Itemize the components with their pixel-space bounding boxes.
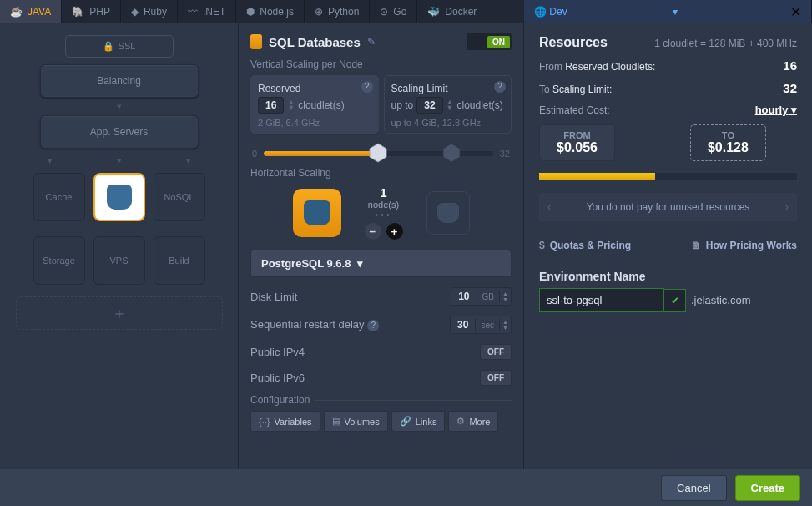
link-icon: 🔗: [400, 416, 411, 427]
cloudlet-formula: 1 cloudlet = 128 MiB + 400 MHz: [654, 38, 797, 49]
scaling-limit-box: ? Scaling Limit up to32▲▼cloudlet(s) up …: [384, 75, 512, 134]
help-icon[interactable]: ?: [361, 81, 373, 93]
dollar-icon: $: [539, 240, 545, 251]
tab-dev-region[interactable]: 🌐 Dev ▾ ✕: [524, 0, 812, 23]
postgresql-icon: [107, 185, 132, 210]
panel-title: SQL Databases: [269, 35, 361, 49]
edit-icon[interactable]: ✎: [367, 36, 376, 48]
arrow-down-icon: ▾: [84, 152, 154, 170]
reserved-box: ? Reserved 16▲▼cloudlet(s) 2 GiB, 6.4 GH…: [250, 75, 379, 134]
env-name-input[interactable]: [539, 288, 664, 312]
topology-panel: 🔒SSL Balancing ▾ App. Servers ▾ ▾ ▾ Cach…: [0, 23, 238, 469]
create-button[interactable]: Create: [735, 475, 800, 501]
node-plus-button[interactable]: +: [386, 223, 403, 240]
postgresql-icon: [304, 200, 330, 225]
cost-bar: [539, 173, 797, 180]
ipv6-label: Public IPv6: [250, 372, 305, 384]
cache-tile[interactable]: Cache: [33, 173, 85, 221]
disk-limit-label: Disk Limit: [250, 291, 297, 303]
volumes-button[interactable]: ▤Volumes: [324, 411, 388, 432]
node-minus-button[interactable]: −: [365, 223, 381, 240]
limit-value[interactable]: 32: [416, 97, 442, 114]
resources-panel: Resources 1 cloudlet = 128 MiB + 400 MHz…: [524, 23, 812, 469]
postgresql-icon: [437, 203, 459, 223]
tab-node[interactable]: ⬢ Node.js: [236, 0, 305, 23]
ipv4-toggle[interactable]: OFF: [480, 344, 512, 360]
restart-delay-label: Sequential restart delay ?: [250, 318, 379, 331]
vertical-scaling-label: Vertical Scaling per Node: [250, 58, 512, 70]
database-icon: [250, 34, 262, 49]
braces-icon: {··}: [259, 417, 270, 427]
balancing-tile[interactable]: Balancing: [40, 64, 199, 98]
gear-icon: ⚙: [456, 416, 465, 427]
enable-toggle[interactable]: ON: [467, 33, 512, 50]
how-pricing-works-link[interactable]: 🗎How Pricing Works: [691, 240, 797, 251]
tab-java[interactable]: ☕ JAVA: [0, 0, 62, 23]
ipv6-toggle[interactable]: OFF: [480, 370, 512, 386]
more-button[interactable]: ⚙More: [448, 411, 498, 432]
tab-ruby[interactable]: ◆ Ruby: [121, 0, 178, 23]
vps-tile[interactable]: VPS: [93, 236, 145, 285]
node-count: 1 node(s) ••• − +: [365, 185, 403, 240]
language-tabs: ☕ JAVA 🐘 PHP ◆ Ruby 〰 .NET ⬢ Node.js ⊕ P…: [0, 0, 812, 23]
appservers-tile[interactable]: App. Servers: [40, 115, 199, 149]
ipv4-label: Public IPv4: [250, 346, 305, 358]
document-icon: 🗎: [691, 240, 701, 251]
add-layer-tile[interactable]: ＋: [16, 296, 223, 330]
cost-from-box: FROM $0.056: [539, 124, 615, 161]
links-button[interactable]: 🔗Links: [391, 411, 446, 432]
dialog-footer: Cancel Create: [0, 469, 812, 506]
version-selector[interactable]: PostgreSQL 9.6.8 ▾: [250, 250, 512, 277]
close-icon[interactable]: ✕: [790, 4, 801, 20]
cost-to-box: TO $0.128: [690, 124, 766, 161]
svg-marker-0: [370, 144, 386, 162]
tab-dotnet[interactable]: 〰 .NET: [178, 0, 236, 23]
restart-delay-input[interactable]: 30sec▲▼: [450, 316, 512, 334]
build-tile[interactable]: Build: [154, 236, 205, 285]
config-panel: SQL Databases ✎ ON Vertical Scaling per …: [238, 23, 524, 469]
env-name-label: Environment Name: [539, 270, 797, 283]
help-icon[interactable]: ?: [494, 81, 506, 93]
nosql-tile[interactable]: NoSQL: [154, 173, 205, 221]
check-icon: ✔: [664, 289, 686, 312]
tab-docker[interactable]: 🐳 Docker: [417, 0, 487, 23]
storage-tile[interactable]: Storage: [33, 236, 85, 285]
quotas-pricing-link[interactable]: $Quotas & Pricing: [539, 240, 631, 251]
arrow-down-icon: ▾: [15, 152, 84, 170]
env-suffix: .jelastic.com: [691, 294, 751, 306]
tab-php[interactable]: 🐘 PHP: [62, 0, 121, 23]
slider-handle-limit[interactable]: [441, 143, 461, 163]
lock-icon: 🔒: [103, 41, 114, 52]
reserved-total: 16: [783, 58, 797, 73]
disk-limit-input[interactable]: 10GB▲▼: [451, 287, 512, 306]
tab-go[interactable]: ⊙ Go: [370, 0, 417, 23]
spinner-icon[interactable]: ▲▼: [287, 99, 295, 111]
arrow-down-icon: ▾: [15, 98, 223, 115]
chevron-right-icon[interactable]: ›: [785, 201, 789, 213]
cloudlet-slider[interactable]: [264, 151, 493, 156]
disk-icon: ▤: [332, 416, 340, 427]
chevron-down-icon: ▾: [357, 257, 363, 270]
pricing-note-carousel[interactable]: ‹ You do not pay for unused resources ›: [539, 193, 797, 221]
chevron-left-icon[interactable]: ‹: [547, 201, 551, 213]
primary-node-tile[interactable]: [293, 189, 341, 237]
chevron-down-icon: ▾: [673, 6, 678, 18]
tab-python[interactable]: ⊕ Python: [305, 0, 370, 23]
limit-total: 32: [783, 81, 797, 95]
cancel-button[interactable]: Cancel: [661, 475, 726, 501]
sql-tile-selected[interactable]: [93, 173, 145, 221]
ghost-node-tile[interactable]: [426, 191, 470, 235]
help-icon[interactable]: ?: [367, 320, 379, 331]
resources-title: Resources: [539, 35, 608, 50]
horizontal-scaling-label: Horizontal Scaling: [250, 167, 512, 179]
slider-handle-reserved[interactable]: [368, 143, 388, 163]
ssl-chip[interactable]: 🔒SSL: [65, 35, 174, 58]
spinner-icon[interactable]: ▲▼: [446, 99, 454, 111]
period-selector[interactable]: hourly ▾: [755, 104, 797, 116]
arrow-down-icon: ▾: [154, 152, 223, 170]
svg-marker-1: [443, 144, 460, 162]
variables-button[interactable]: {··}Variables: [250, 411, 320, 432]
reserved-value[interactable]: 16: [258, 97, 284, 114]
